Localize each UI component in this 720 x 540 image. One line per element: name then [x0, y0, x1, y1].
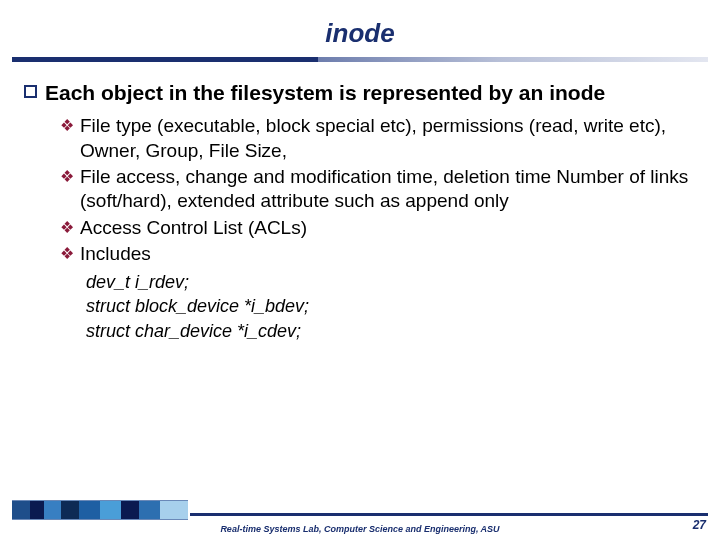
diamond-bullet-icon: ❖ [60, 243, 74, 265]
level2-text: Access Control List (ACLs) [80, 216, 307, 240]
code-line: dev_t i_rdev; [86, 270, 696, 294]
slide-footer: Real-time Systems Lab, Computer Science … [0, 506, 720, 540]
level2-item: ❖ File access, change and modification t… [60, 165, 696, 214]
code-block: dev_t i_rdev; struct block_device *i_bde… [24, 270, 696, 343]
level1-item: Each object in the filesystem is represe… [24, 80, 696, 106]
level2-item: ❖ Includes [60, 242, 696, 266]
level2-text: File access, change and modification tim… [80, 165, 696, 214]
footer-graphic [12, 500, 188, 520]
code-line: struct char_device *i_cdev; [86, 319, 696, 343]
title-divider [12, 57, 708, 62]
level2-list: ❖ File type (executable, block special e… [24, 114, 696, 266]
diamond-bullet-icon: ❖ [60, 166, 74, 188]
slide-title: inode [0, 0, 720, 57]
content-area: Each object in the filesystem is represe… [0, 80, 720, 343]
code-line: struct block_device *i_bdev; [86, 294, 696, 318]
level2-item: ❖ Access Control List (ACLs) [60, 216, 696, 240]
page-number: 27 [693, 518, 706, 532]
level2-text: File type (executable, block special etc… [80, 114, 696, 163]
diamond-bullet-icon: ❖ [60, 217, 74, 239]
footer-text: Real-time Systems Lab, Computer Science … [0, 524, 720, 534]
level2-item: ❖ File type (executable, block special e… [60, 114, 696, 163]
footer-line [190, 513, 708, 516]
level1-text: Each object in the filesystem is represe… [45, 80, 605, 106]
diamond-bullet-icon: ❖ [60, 115, 74, 137]
level2-text: Includes [80, 242, 151, 266]
square-bullet-icon [24, 85, 37, 98]
